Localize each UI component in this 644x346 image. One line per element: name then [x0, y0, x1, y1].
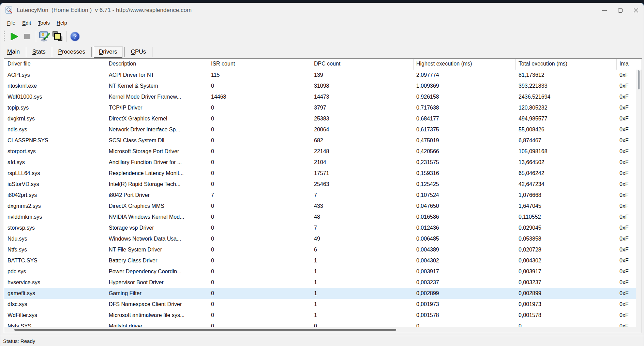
- cell-description: NVIDIA Windows Kernel Mod...: [106, 212, 208, 222]
- table-row[interactable]: CLASSPNP.SYSSCSI Class System Dll06820,4…: [4, 135, 636, 146]
- column-header-isr-count[interactable]: ISR count: [208, 59, 311, 70]
- cell-description: Intel(R) Rapid Storage Tech...: [106, 179, 208, 190]
- table-row[interactable]: nvlddmkm.sysNVIDIA Windows Kernel Mod...…: [4, 212, 636, 222]
- table-row[interactable]: dxgmms2.sysDirectX Graphics MMS04330,047…: [4, 201, 636, 212]
- cell-file: i8042prt.sys: [4, 190, 106, 201]
- cell-file: storport.sys: [4, 146, 106, 157]
- stop-icon: [24, 33, 31, 40]
- table-body: ACPI.sysACPI Driver for NT1151392,097774…: [4, 70, 636, 327]
- table-row[interactable]: iaStorVD.sysIntel(R) Rapid Storage Tech.…: [4, 179, 636, 190]
- cell-description: NT File System Driver: [106, 244, 208, 255]
- cell-isr-count: 0: [208, 135, 311, 146]
- column-header-description[interactable]: Description: [106, 59, 208, 70]
- table-row[interactable]: i8042prt.sysi8042 Port Driver770,1075241…: [4, 190, 636, 201]
- cell-total-execution-ms: 42,647234: [516, 179, 617, 190]
- table-row[interactable]: storvsp.sysStorage vsp Driver070,0124360…: [4, 222, 636, 233]
- table-row[interactable]: BATTC.SYSBattery Class Driver010,0043020…: [4, 255, 636, 266]
- drivers-table: Driver file Description ISR count DPC co…: [4, 58, 642, 333]
- table-row[interactable]: dxgkrnl.sysDirectX Graphics Kernel025383…: [4, 113, 636, 124]
- cell-file: Ndu.sys: [4, 233, 106, 244]
- column-header-dpc-count[interactable]: DPC count: [311, 59, 414, 70]
- toolbar: ?: [0, 28, 644, 45]
- toolbar-gripper[interactable]: [4, 30, 5, 43]
- table-row[interactable]: Msfs.SYSMailslot driver00000xF: [4, 321, 636, 327]
- horizontal-scrollbar-thumb[interactable]: [14, 329, 396, 331]
- cell-file: rspLLL64.sys: [4, 168, 106, 179]
- cell-file: CLASSPNP.SYS: [4, 135, 106, 146]
- table-row[interactable]: Ndu.sysWindows Network Data Usa...0490,0…: [4, 233, 636, 244]
- cell-total-execution-ms: 55,008426: [516, 124, 617, 135]
- menu-tools[interactable]: Tools: [36, 19, 52, 26]
- column-header-image-base[interactable]: Ima: [617, 59, 641, 70]
- cell-total-execution-ms: 0,001578: [516, 310, 617, 321]
- minimize-button[interactable]: [597, 3, 612, 17]
- table-row[interactable]: storport.sysMicrosoft Storage Port Drive…: [4, 146, 636, 157]
- table-row[interactable]: ACPI.sysACPI Driver for NT1151392,097774…: [4, 70, 636, 81]
- tab-processes[interactable]: Processes: [52, 47, 91, 57]
- maximize-icon: [618, 8, 623, 13]
- cell-total-execution-ms: 494,985577: [516, 113, 617, 124]
- table-row[interactable]: tcpip.sysTCP/IP Driver037970,717638120,8…: [4, 102, 636, 113]
- table-row[interactable]: Ntfs.sysNT File System Driver060,0043890…: [4, 244, 636, 255]
- table-row[interactable]: ntoskrnl.exeNT Kernel & System0310981,00…: [4, 81, 636, 91]
- title-bar[interactable]: LatencyMon (Home Edition ) v 6.71 - http…: [0, 3, 644, 17]
- play-icon: [9, 32, 19, 41]
- cell-highest-execution-ms: 0,231575: [414, 157, 516, 168]
- cell-total-execution-ms: 105,098168: [516, 146, 617, 157]
- menu-file[interactable]: File: [5, 19, 17, 26]
- table-row[interactable]: hvservice.sysHypervisor Boot Driver010,0…: [4, 277, 636, 288]
- close-button[interactable]: [628, 3, 644, 17]
- cell-file: hvservice.sys: [4, 277, 106, 288]
- cell-dpc-count: 7: [311, 222, 414, 233]
- column-header-driver-file[interactable]: Driver file: [4, 59, 106, 70]
- cell-dpc-count: 682: [311, 135, 414, 146]
- cell-file: Wdf01000.sys: [4, 91, 106, 102]
- report-button[interactable]: [51, 30, 64, 43]
- menu-bar: File Edit Tools Help: [0, 17, 644, 28]
- cell-dpc-count: 48: [311, 212, 414, 222]
- cell-description: Power Dependency Coordin...: [106, 266, 208, 277]
- cell-isr-count: 0: [208, 168, 311, 179]
- table-row[interactable]: ndis.sysNetwork Driver Interface Sp...02…: [4, 124, 636, 135]
- tab-main[interactable]: Main: [1, 47, 26, 57]
- horizontal-scrollbar[interactable]: [4, 327, 636, 333]
- menu-help[interactable]: Help: [55, 19, 69, 26]
- options-button[interactable]: [38, 30, 51, 43]
- cell-highest-execution-ms: 0,926158: [414, 91, 516, 102]
- cell-isr-count: 0: [208, 212, 311, 222]
- cell-dpc-count: 139: [311, 70, 414, 81]
- table-row[interactable]: rspLLL64.sysResplendence Latency Monit..…: [4, 168, 636, 179]
- maximize-button[interactable]: [612, 3, 628, 17]
- cell-description: DirectX Graphics Kernel: [106, 113, 208, 124]
- app-icon: [5, 6, 13, 14]
- cell-image-base: 0xF: [617, 212, 636, 222]
- cell-file: ntoskrnl.exe: [4, 81, 106, 91]
- tab-drivers[interactable]: Drivers: [94, 46, 122, 58]
- tab-cpus[interactable]: CPUs: [125, 47, 152, 57]
- table-row[interactable]: gameflt.sysGaming Filter010,0028990,0028…: [4, 288, 636, 299]
- vertical-scrollbar-thumb[interactable]: [638, 70, 640, 89]
- table-row[interactable]: afd.sysAncillary Function Driver for ...…: [4, 157, 636, 168]
- cell-description: Resplendence Latency Monit...: [106, 168, 208, 179]
- table-row[interactable]: WdFilter.sysMicrosoft antimalware file s…: [4, 310, 636, 321]
- app-window: LatencyMon (Home Edition ) v 6.71 - http…: [0, 3, 644, 346]
- cell-dpc-count: 31098: [311, 81, 414, 91]
- help-button[interactable]: ?: [69, 30, 81, 43]
- cell-isr-count: 0: [208, 222, 311, 233]
- menu-edit[interactable]: Edit: [20, 19, 33, 26]
- column-header-highest-execution[interactable]: Highest execution (ms): [414, 59, 516, 70]
- start-monitor-button[interactable]: [8, 30, 21, 43]
- vertical-scrollbar[interactable]: [636, 70, 642, 327]
- cell-image-base: 0xF: [617, 255, 636, 266]
- cell-dpc-count: 2104: [311, 157, 414, 168]
- cell-highest-execution-ms: 0,012436: [414, 222, 516, 233]
- column-header-total-execution[interactable]: Total execution (ms): [516, 59, 617, 70]
- cell-isr-count: 0: [208, 124, 311, 135]
- monitor-pen-icon: [39, 31, 51, 42]
- cell-image-base: 0xF: [617, 222, 636, 233]
- table-row[interactable]: dfsc.sysDFS Namespace Client Driver010,0…: [4, 299, 636, 310]
- table-row[interactable]: Wdf01000.sysKernel Mode Driver Framew...…: [4, 91, 636, 102]
- tab-stats[interactable]: Stats: [26, 47, 52, 57]
- table-row[interactable]: pdc.sysPower Dependency Coordin...010,00…: [4, 266, 636, 277]
- stop-monitor-button[interactable]: [21, 30, 34, 43]
